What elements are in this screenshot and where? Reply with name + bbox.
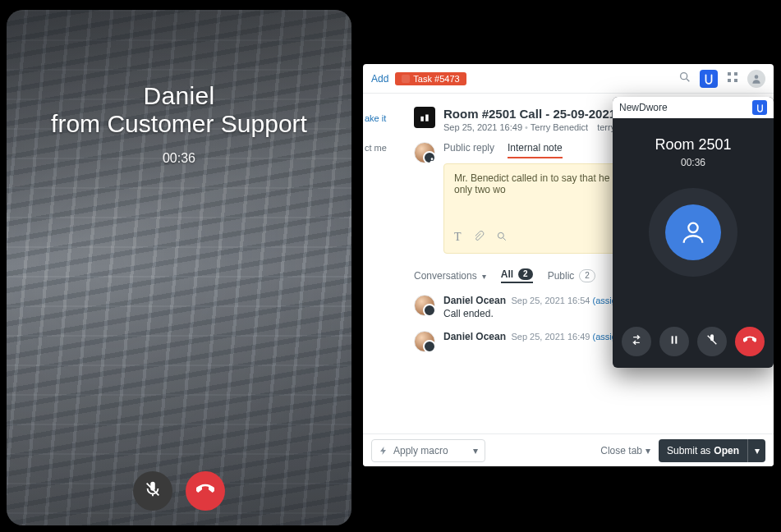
svg-rect-8 xyxy=(420,117,424,122)
tab-public-reply[interactable]: Public reply xyxy=(443,142,494,158)
attach-icon[interactable] xyxy=(473,231,485,245)
event-author: Daniel Ocean xyxy=(443,295,506,306)
event-text: Call ended. xyxy=(443,308,625,319)
svg-rect-4 xyxy=(734,72,737,76)
conversations-dropdown[interactable]: Conversations ▾ xyxy=(414,270,486,282)
task-icon xyxy=(402,75,410,83)
svg-rect-9 xyxy=(425,115,429,122)
ticket-timestamp: Sep 25, 2021 16:49 xyxy=(443,122,522,132)
apps-grid-icon[interactable] xyxy=(726,71,739,86)
side-fragment-1[interactable]: ake it xyxy=(365,113,386,123)
submit-status: Open xyxy=(714,445,739,456)
agent-avatar xyxy=(414,142,435,163)
app-logo-button[interactable] xyxy=(700,70,718,88)
chevron-down-icon: ▾ xyxy=(482,272,486,281)
topbar: Add Task #5473 xyxy=(363,64,774,94)
hangup-button[interactable] xyxy=(735,327,765,356)
hold-button[interactable] xyxy=(659,327,689,356)
event-time: Sep 25, 2021 16:49 xyxy=(511,332,590,342)
side-fragment-2: ct me xyxy=(365,143,387,153)
dialer-app-name: NewDwore xyxy=(619,102,668,113)
hangup-button[interactable] xyxy=(186,471,225,511)
svg-rect-15 xyxy=(675,336,677,343)
task-label: Task #5473 xyxy=(413,74,459,84)
format-text-icon[interactable]: T xyxy=(454,231,462,245)
svg-point-7 xyxy=(755,75,759,79)
pause-icon xyxy=(668,333,681,350)
footer-bar: Apply macro ▾ Close tab ▾ Submit as Open… xyxy=(363,433,774,466)
mic-off-icon xyxy=(705,333,719,350)
dialer-widget: NewDwore Room 2501 00:36 xyxy=(613,97,774,368)
svg-point-11 xyxy=(498,232,503,238)
internal-note-text: Mr. Benedict called in to say that he ha… xyxy=(454,172,638,224)
caller-avatar-ring xyxy=(649,188,737,277)
caller-avatar xyxy=(665,204,721,260)
macro-label: Apply macro xyxy=(393,445,448,456)
task-chip[interactable]: Task #5473 xyxy=(395,72,466,85)
tab-public[interactable]: Public 2 xyxy=(548,269,595,282)
org-avatar xyxy=(414,107,435,128)
mic-off-icon xyxy=(144,480,162,502)
chevron-down-icon: ▾ xyxy=(645,445,650,456)
transfer-button[interactable] xyxy=(622,327,651,356)
phone-hangup-icon xyxy=(743,333,756,350)
search-icon[interactable] xyxy=(496,231,508,245)
transfer-icon xyxy=(630,333,643,350)
submit-split[interactable]: ▾ xyxy=(747,439,765,462)
svg-line-2 xyxy=(687,79,689,81)
dialer-titlebar[interactable]: NewDwore xyxy=(613,97,774,118)
profile-avatar[interactable] xyxy=(747,70,765,88)
dialer-timer: 00:36 xyxy=(681,157,705,168)
event-avatar xyxy=(414,295,435,316)
svg-point-1 xyxy=(681,73,687,80)
public-count: 2 xyxy=(579,269,595,282)
mute-button[interactable] xyxy=(697,327,727,356)
dialer-title: Room 2501 xyxy=(655,136,731,154)
tab-all[interactable]: All 2 xyxy=(501,268,533,283)
conversations-label: Conversations xyxy=(414,270,477,282)
ticket-requester: Terry Benedict xyxy=(525,122,588,132)
event-time: Sep 25, 2021 16:54 xyxy=(511,296,590,305)
svg-line-12 xyxy=(503,238,505,241)
search-icon[interactable] xyxy=(678,71,691,86)
svg-point-13 xyxy=(688,223,697,232)
event-author: Daniel Ocean xyxy=(443,331,506,342)
caller-name: Daniel xyxy=(7,82,351,110)
event-avatar xyxy=(414,331,435,352)
svg-rect-14 xyxy=(672,336,673,343)
apply-macro-select[interactable]: Apply macro ▾ xyxy=(371,439,485,462)
chevron-down-icon: ▾ xyxy=(755,445,760,456)
svg-rect-3 xyxy=(728,72,731,76)
tab-internal-note[interactable]: Internal note xyxy=(508,142,563,158)
svg-point-10 xyxy=(431,158,434,160)
all-count: 2 xyxy=(518,268,533,280)
chevron-down-icon: ▾ xyxy=(473,445,478,456)
app-logo-icon xyxy=(752,100,767,115)
add-link[interactable]: Add xyxy=(371,73,388,85)
caller-dept: from Customer Support xyxy=(7,110,351,138)
mute-button[interactable] xyxy=(133,471,172,511)
person-icon xyxy=(679,218,707,246)
svg-rect-5 xyxy=(728,79,731,82)
close-tab-button[interactable]: Close tab ▾ xyxy=(600,445,650,456)
submit-button[interactable]: Submit as Open ▾ xyxy=(659,439,765,462)
call-timer: 00:36 xyxy=(7,151,351,166)
svg-rect-6 xyxy=(734,79,737,82)
mobile-call-screen: Daniel from Customer Support 00:36 xyxy=(7,10,351,525)
lightning-icon xyxy=(379,446,388,456)
phone-hangup-icon xyxy=(196,480,214,502)
